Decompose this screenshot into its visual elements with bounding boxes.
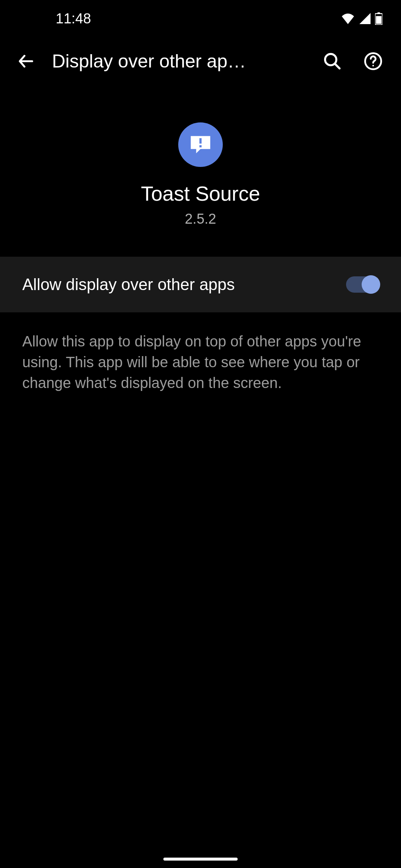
app-bar: Display over other ap… (0, 37, 401, 85)
search-button[interactable] (319, 48, 345, 74)
svg-rect-6 (199, 138, 202, 144)
search-icon (323, 52, 342, 71)
app-header: Toast Source 2.5.2 (0, 85, 401, 249)
toast-bubble-icon (188, 132, 213, 158)
nav-handle[interactable] (163, 858, 238, 861)
setting-description: Allow this app to display on top of othe… (0, 312, 401, 412)
app-name: Toast Source (141, 182, 260, 206)
help-button[interactable] (360, 48, 386, 74)
setting-row-allow-overlay[interactable]: Allow display over other apps (0, 257, 401, 312)
app-icon (178, 122, 223, 167)
cellular-icon (359, 13, 371, 24)
svg-point-5 (372, 65, 374, 66)
svg-rect-2 (376, 16, 382, 24)
svg-rect-1 (378, 12, 380, 14)
svg-rect-7 (199, 145, 202, 147)
overlay-toggle[interactable] (346, 276, 379, 293)
back-button[interactable] (15, 50, 37, 72)
app-version: 2.5.2 (185, 211, 216, 227)
battery-icon (375, 12, 382, 25)
status-time: 11:48 (56, 11, 91, 27)
arrow-left-icon (17, 52, 35, 70)
wifi-icon (341, 13, 355, 24)
help-icon (363, 52, 383, 71)
status-bar: 11:48 (0, 0, 401, 37)
page-title: Display over other ap… (52, 50, 304, 72)
status-icons (341, 12, 382, 25)
setting-label: Allow display over other apps (22, 275, 235, 294)
